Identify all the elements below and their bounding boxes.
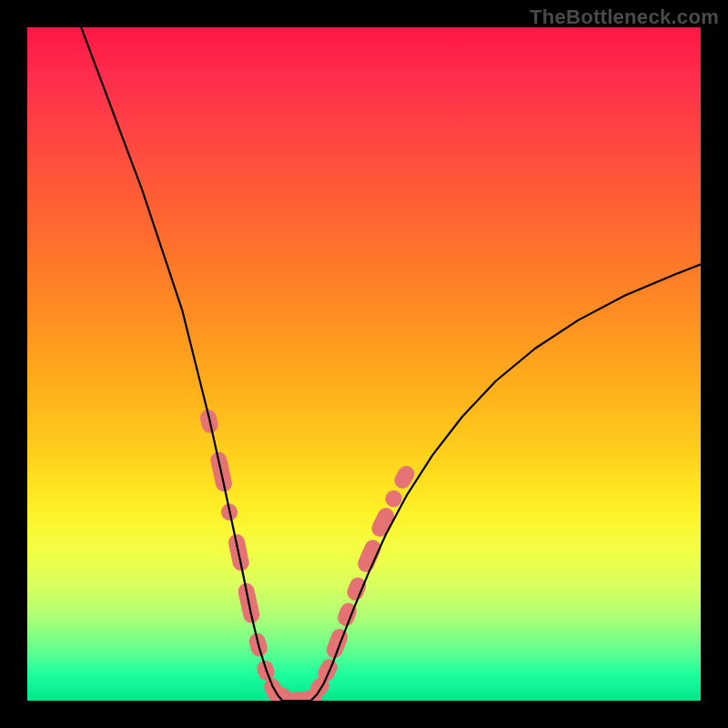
svg-rect-19 <box>391 463 418 491</box>
scatter-dot <box>324 626 350 661</box>
bottleneck-curve <box>81 27 701 701</box>
svg-rect-13 <box>324 626 350 661</box>
scatter-dot <box>391 463 418 491</box>
frame: TheBottleneck.com <box>0 0 728 728</box>
watermark-text: TheBottleneck.com <box>530 5 719 29</box>
chart-svg <box>27 27 701 701</box>
plot-area <box>27 27 701 701</box>
scatter-layer <box>198 408 418 701</box>
